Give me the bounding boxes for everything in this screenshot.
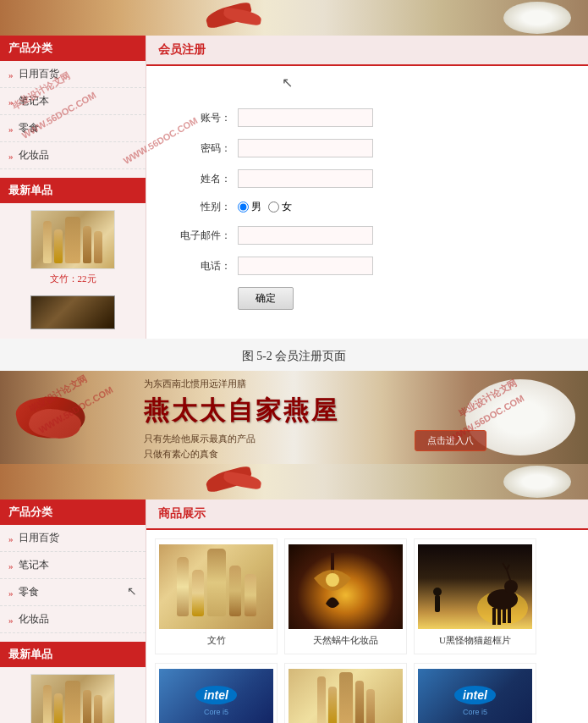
sidebar-item-label: 日用百货 <box>19 67 59 81</box>
gender-row: 性别： 男 女 <box>172 200 563 214</box>
product-card-5[interactable] <box>284 663 407 723</box>
intel-text-2: Core i5 <box>463 708 487 716</box>
arrow-icon: » <box>8 533 14 544</box>
section1-registration: 产品分类 » 日用百货 » 笔记本 » 零食 » 化妆品 最新单品 <box>0 0 588 339</box>
sidebar-item-daily[interactable]: » 日用百货 <box>0 61 146 88</box>
intel-logo-1: intel <box>195 686 237 704</box>
product-card-3[interactable]: U黑怪物猫超框片 <box>414 538 536 654</box>
intel-logo-2: intel <box>454 686 496 704</box>
sidebar-item-label: 零食 <box>19 585 39 599</box>
cursor-indicator: ↖ <box>282 75 293 91</box>
cosm2-tube2 <box>328 687 337 723</box>
password-label: 密码： <box>172 141 231 156</box>
gender-female-option[interactable]: 女 <box>268 200 292 214</box>
password-input[interactable] <box>238 139 373 157</box>
tube4 <box>83 226 91 263</box>
gender-male-radio[interactable] <box>238 201 249 212</box>
gender-male-label: 男 <box>251 200 261 214</box>
cosm2-tube5 <box>366 689 375 723</box>
sidebar-item-notebook[interactable]: » 笔记本 <box>0 88 146 115</box>
sidebar-item-label: 笔记本 <box>19 558 49 572</box>
svg-point-10 <box>433 588 442 596</box>
sidebar-item-label: 化妆品 <box>19 148 49 163</box>
gender-female-radio[interactable] <box>268 201 279 212</box>
new-products-title2: 最新单品 <box>0 642 146 667</box>
account-input[interactable] <box>238 108 373 127</box>
sidebar-item-snack[interactable]: » 零食 <box>0 115 146 142</box>
name-input[interactable] <box>238 169 373 188</box>
section3-main-layout: 产品分类 » 日用百货 » 笔记本 » 零食 » 化妆品 ↖ 最新单品 <box>0 499 588 723</box>
tube1 <box>43 221 52 263</box>
product-img-u <box>418 544 532 629</box>
svg-rect-7 <box>503 608 506 623</box>
sidebar-item-label: 笔记本 <box>19 94 49 108</box>
registration-content: 会员注册 ↖ 账号： 密码： 姓名： <box>146 36 588 339</box>
sidebar-item-cosmetics[interactable]: » 化妆品 <box>0 142 146 169</box>
bowl-decor2 <box>503 466 571 498</box>
product-name-3: U黑怪物猫超框片 <box>437 632 513 648</box>
figure-caption-1: 图 5-2 会员注册页面 <box>0 339 588 371</box>
phone-input[interactable] <box>238 257 373 275</box>
product-card-1[interactable]: 文竹 <box>155 538 278 654</box>
gender-male-option[interactable]: 男 <box>238 200 261 214</box>
sidebar2-item-snack[interactable]: » 零食 <box>0 579 146 606</box>
top-food-banner <box>0 0 588 36</box>
product-card-6[interactable]: intel Core i5 <box>414 663 536 723</box>
cursor2: ↖ <box>127 584 137 599</box>
arrow-icon: » <box>8 588 14 598</box>
product-display-title: 商品展示 <box>146 499 588 530</box>
arrow-icon: » <box>8 151 14 161</box>
arrow-icon: » <box>8 560 14 571</box>
product-name-2: 天然蜗牛化妆品 <box>311 632 380 648</box>
cosm-tube5 <box>245 574 256 616</box>
cosm-tube3 <box>207 549 226 616</box>
lamp-svg <box>289 544 403 629</box>
product-img-cosmetics <box>159 544 273 629</box>
product-card-2[interactable]: 天然蜗牛化妆品 <box>284 538 407 654</box>
name-label: 姓名： <box>172 172 231 186</box>
product-row2: intel Core i5 <box>146 663 588 723</box>
submit-button[interactable]: 确定 <box>238 287 294 310</box>
name-row: 姓名： <box>172 169 563 188</box>
account-label: 账号： <box>172 111 231 125</box>
product-img-intel1: intel Core i5 <box>159 669 273 723</box>
product-img-cosm2 <box>289 669 403 723</box>
svg-rect-5 <box>492 608 496 625</box>
cosm-tube1 <box>177 557 189 616</box>
sidebar-product-thumb: 文竹：22元 <box>0 203 146 292</box>
banner-text-area: 为东西南北惯用远洋用膳 燕太太自家燕屋 只有先给他展示最真的产品 只做有素心的真… <box>144 378 339 461</box>
sidebar2-item-cosmetics[interactable]: » 化妆品 <box>0 606 146 633</box>
tube4b <box>83 690 91 724</box>
email-row: 电子邮件： <box>172 226 563 245</box>
gender-radio-group: 男 女 <box>238 200 292 214</box>
sidebar2-item-daily[interactable]: » 日用百货 <box>0 525 146 552</box>
sidebar: 产品分类 » 日用百货 » 笔记本 » 零食 » 化妆品 最新单品 <box>0 36 146 339</box>
sidebar-item-label: 化妆品 <box>19 612 49 626</box>
sidebar-item-label: 零食 <box>19 121 39 135</box>
product-name-1: 文竹 <box>206 632 228 648</box>
email-label: 电子邮件： <box>172 229 231 243</box>
arrow-icon: » <box>8 69 14 80</box>
svg-rect-8 <box>508 608 511 623</box>
product-img-intel2: intel Core i5 <box>418 669 532 723</box>
password-row: 密码： <box>172 139 563 157</box>
enter-button[interactable]: 点击进入八 <box>415 430 486 451</box>
sidebar2: 产品分类 » 日用百货 » 笔记本 » 零食 » 化妆品 ↖ 最新单品 <box>0 499 146 723</box>
sidebar2-item-notebook[interactable]: » 笔记本 <box>0 552 146 579</box>
email-input[interactable] <box>238 226 373 245</box>
product-grid: 文竹 天然蜗牛化妆品 <box>146 530 588 663</box>
sidebar-item-label: 日用百货 <box>19 531 59 545</box>
banner-main-title: 燕太太自家燕屋 <box>144 394 339 428</box>
cosm-tube2 <box>192 570 204 616</box>
svg-point-1 <box>326 573 339 587</box>
category-title: 产品分类 <box>0 36 146 61</box>
divider-banner: 为东西南北惯用远洋用膳 燕太太自家燕屋 只有先给他展示最真的产品 只做有素心的真… <box>0 371 588 464</box>
product-image2 <box>30 674 115 723</box>
tube5 <box>94 231 102 263</box>
gender-female-label: 女 <box>282 200 292 214</box>
deer-svg <box>418 544 532 629</box>
product-card-4[interactable]: intel Core i5 <box>155 663 278 723</box>
form-spacer: ↖ <box>146 66 588 91</box>
registration-form: 账号： 密码： 姓名： 性别： <box>146 91 588 339</box>
submit-row: 确定 <box>172 287 563 310</box>
